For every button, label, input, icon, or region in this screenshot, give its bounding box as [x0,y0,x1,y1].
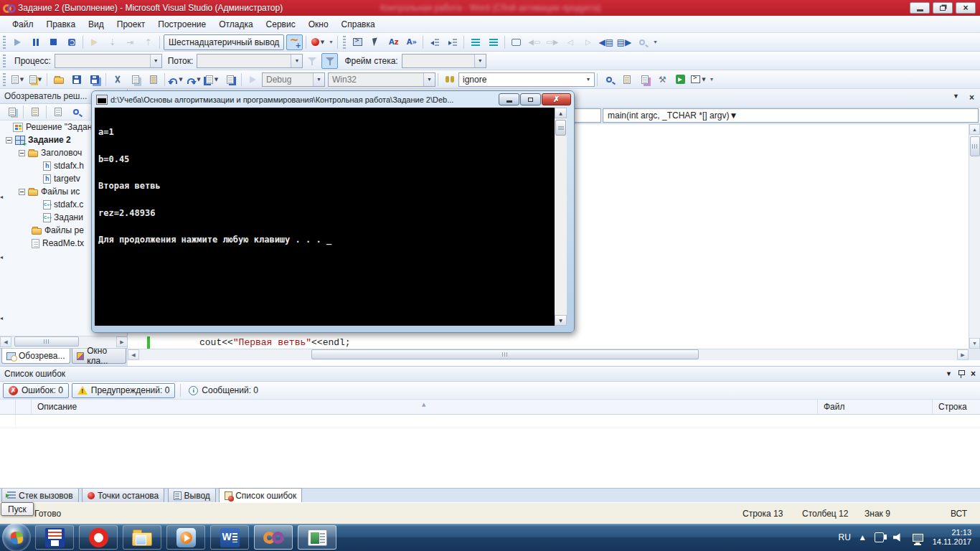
scroll-left-icon[interactable]: ◀ [128,349,139,360]
taskbar-app-visual-studio[interactable] [254,525,293,550]
next-bookmark-folder-button[interactable]: ▷ [580,34,596,50]
taskbar-app-word[interactable] [210,525,249,550]
pin-icon[interactable] [958,369,965,378]
navigate-backward-button[interactable]: ▼ [204,72,220,88]
start-button[interactable] [2,523,31,551]
navigate-forward-button[interactable] [222,72,238,88]
scroll-up-icon[interactable]: ▲ [555,108,567,118]
tab-class-view[interactable]: Окно кла... [72,349,126,364]
collapse-icon[interactable] [19,189,25,195]
parameter-info-button[interactable]: A» [403,34,420,50]
cut-button[interactable] [109,72,126,88]
prev-bookmark-doc-button[interactable]: ◀▤ [598,34,614,50]
find-in-files-button[interactable] [600,72,617,88]
power-icon[interactable] [875,532,884,542]
properties-button[interactable] [4,104,20,120]
menu-file[interactable]: Файл [6,17,40,32]
show-all-files-button[interactable] [27,104,43,120]
taskbar-app-explorer[interactable] [123,525,161,550]
toolbar-grip[interactable] [343,36,346,49]
open-file-button[interactable] [50,72,67,88]
undo-button[interactable]: ▼ [168,72,184,88]
console-titlebar[interactable]: d:\Учеба\Основы алгоритмизации и програм… [92,91,574,108]
scroll-right-icon[interactable]: ▶ [957,349,969,360]
find-button[interactable] [441,72,458,88]
menu-window[interactable]: Окно [302,17,335,32]
scroll-down-icon[interactable]: ▼ [555,315,567,326]
stack-frame-combo[interactable]: ▼ [402,54,486,68]
scrollbar-thumb[interactable] [14,336,79,347]
next-bookmark-doc-button[interactable]: ▤▶ [616,34,632,50]
window-position-dropdown-icon[interactable]: ▼ [946,370,952,377]
hex-display-button[interactable]: Шестнадцатеричный вывод [164,34,284,50]
console-close-button[interactable]: ✗ [542,93,571,105]
properties-window-button[interactable] [618,72,635,88]
scrollbar-thumb[interactable] [311,349,699,359]
menu-debug[interactable]: Отладка [212,17,259,32]
speaker-icon[interactable] [893,533,903,542]
thread-combo[interactable]: ▼ [197,54,303,68]
close-document-icon[interactable]: × [969,93,974,103]
tab-output[interactable]: Вывод [168,489,216,503]
flag-threads-filter-button[interactable] [321,53,338,69]
toolbar-grip[interactable] [3,55,6,67]
editor-horizontal-scrollbar[interactable]: ◀ ▶ [128,349,969,360]
increase-indent-button[interactable] [444,34,461,50]
paste-button[interactable] [145,72,161,88]
show-next-statement-button[interactable] [86,34,103,50]
menu-project[interactable]: Проект [110,17,152,32]
error-list-header[interactable]: Список ошибок ▼ × [0,367,980,382]
command-window-button[interactable]: ▼ [690,72,707,88]
splitter-arrow-icon[interactable]: ◂ [0,254,6,261]
active-files-dropdown-icon[interactable]: ▼ [953,93,959,103]
warnings-filter-button[interactable]: Предупреждений: 0 [72,383,176,398]
close-button[interactable]: × [956,2,976,14]
collapse-icon[interactable] [19,150,25,156]
member-list-button[interactable] [349,34,366,50]
splitter-arrow-icon[interactable]: ◂ [0,315,6,322]
add-item-button[interactable]: ▼ [27,72,44,88]
close-panel-icon[interactable]: × [971,369,976,379]
toolbar-overflow-button[interactable]: ▼ [707,72,716,88]
tab-solution-explorer[interactable]: Обозрева... [1,349,70,364]
errors-filter-button[interactable]: ✗Ошибок: 0 [3,383,69,398]
navigate-to-button[interactable] [672,72,689,88]
console-maximize-button[interactable] [520,93,541,105]
menu-tools[interactable]: Сервис [260,17,302,32]
view-code-button[interactable] [50,104,66,120]
taskbar-app-media-player[interactable] [166,525,205,550]
language-indicator[interactable]: RU [838,532,850,542]
taskbar-app-opera[interactable] [79,525,118,550]
column-file[interactable]: Файл [818,400,933,414]
new-project-button[interactable]: ▼ [9,72,26,88]
solution-platforms-combo[interactable]: Win32▼ [328,72,435,87]
column-icon2[interactable] [16,400,32,414]
solution-configurations-combo[interactable]: Debug▼ [262,72,325,87]
redo-button[interactable]: ▼ [186,72,202,88]
restart-button[interactable] [63,34,80,50]
column-icon[interactable] [0,400,16,414]
menu-help[interactable]: Справка [335,17,382,32]
vs-titlebar[interactable]: Задание 2 (Выполнение) - Microsoft Visua… [0,0,980,16]
quick-info-button[interactable]: Az [385,34,402,50]
taskbar-app-viewer[interactable] [298,525,336,550]
splitter-arrow-icon[interactable]: ◂ [0,194,6,201]
column-line[interactable]: Строка [933,400,980,414]
restore-button[interactable] [933,2,953,14]
messages-filter-button[interactable]: iСообщений: 0 [183,383,264,398]
console-scrollbar[interactable]: ▲ ▼ [555,108,567,326]
members-dropdown[interactable]: main(int argc, _TCHAR *[] argv)▼ [603,108,979,123]
scrollbar-thumb[interactable] [555,120,566,136]
minimize-button[interactable] [910,2,930,14]
prev-bookmark-folder-button[interactable]: ◁ [562,34,578,50]
show-threads-in-source-button[interactable] [286,34,303,50]
toggle-bookmark-button[interactable] [508,34,524,50]
toolbar-overflow-button[interactable]: ▼ [651,34,659,50]
save-all-button[interactable] [86,72,103,88]
scrollbar-thumb[interactable] [970,136,980,156]
stop-debug-button[interactable] [45,34,62,50]
toolbar-grip[interactable] [3,36,6,49]
clock[interactable]: 21:13 14.11.2017 [933,528,971,547]
step-over-button[interactable]: ⇥ [122,34,138,50]
toolbar-grip[interactable] [3,73,6,86]
